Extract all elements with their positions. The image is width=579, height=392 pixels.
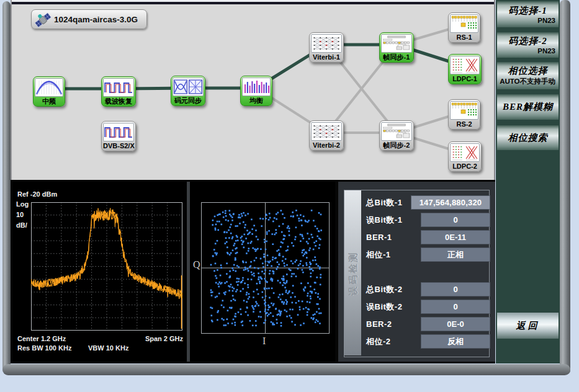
sidebar-button-sublabel: PN23 (497, 17, 559, 24)
q-axis-label: Q (193, 259, 200, 270)
node-label: DVB-S2/X (103, 141, 134, 150)
ber-row-value: 反相 (421, 334, 490, 349)
ber-row-label: BER-2 (366, 319, 392, 329)
node-rs-2[interactable]: RS-2 (448, 99, 480, 130)
sidebar-button-label: 码选择-2 (497, 35, 559, 47)
ldpc-decoder-icon (450, 143, 480, 162)
node-frame-sync-2[interactable]: 帧同步-2 (379, 120, 414, 151)
ref-level-label: Ref -20 dBm (17, 190, 57, 198)
frame-sync-icon (381, 34, 412, 53)
sidebar-button-label: 相位搜索 (497, 125, 559, 150)
signal-profile-button[interactable]: 1024qam-aircas-3.0G (31, 9, 147, 29)
satellite-icon (34, 11, 52, 29)
node-label: RS-1 (450, 33, 478, 42)
rbw-label: Res BW 100 KHz (17, 344, 71, 352)
node-symbol-sync[interactable]: 码元同步 (171, 76, 205, 106)
trellis-icon (311, 34, 342, 53)
sidebar-button-phase-search[interactable]: 相位搜索 (497, 125, 559, 150)
eye-diagram-icon (173, 78, 204, 96)
center-freq-label: Center 1.2 GHz (17, 335, 66, 342)
sidebar: 码选择-1PN23码选择-2PN23相位选择AUTO不支持手动BER解模糊相位搜… (496, 0, 560, 363)
ber-row: 误Bit数-10 (366, 213, 490, 227)
node-viterbi-2[interactable]: Viterbi-2 (309, 120, 344, 151)
node-equalizer[interactable]: 均衡 (240, 76, 272, 106)
node-carrier-recovery[interactable]: 载波恢复 (101, 76, 136, 107)
rs-decoder-icon (450, 101, 478, 120)
i-axis-label: I (263, 336, 266, 347)
node-if-input[interactable]: 中频 (33, 76, 65, 107)
ber-row-value: 0E-11 (421, 230, 490, 244)
ldpc-decoder-icon (450, 56, 480, 74)
ber-row: 总Bit数-1147,564,880,320 (366, 195, 490, 210)
square-wave-icon (103, 123, 134, 141)
bottom-displays-region: Ref -20 dBm Log 10 dB/ Center 1.2 GHz Sp… (11, 180, 495, 363)
ber-row-label: 误Bit数-2 (366, 301, 402, 313)
sidebar-button-sublabel: AUTO不支持手动 (497, 77, 559, 86)
ber-row-value: 0 (421, 282, 490, 296)
ber-row-value: 0 (421, 300, 490, 314)
node-ldpc-2[interactable]: LDPC-2 (448, 141, 482, 172)
node-label: 中频 (35, 97, 63, 105)
ber-row: BER-10E-11 (366, 230, 490, 244)
sidebar-button-ber-disambiguation[interactable]: BER解模糊 (497, 94, 559, 120)
ber-row-value: 0 (421, 213, 490, 227)
constellation-plot (201, 202, 330, 334)
top-border-line (12, 2, 494, 4)
sidebar-button-label: 相位选择 (497, 65, 559, 77)
frame-sync-icon (381, 122, 412, 141)
span-label: Span 2 GHz (145, 335, 183, 342)
equalizer-bars-icon (242, 78, 271, 96)
node-rs-1[interactable]: RS-1 (448, 12, 480, 43)
node-label: 帧同步-1 (381, 53, 412, 61)
window-frame-bottom (2, 364, 570, 375)
window-frame-left (2, 1, 11, 373)
back-button[interactable]: 返回 (497, 313, 559, 339)
sidebar-button-label: BER解模糊 (497, 94, 559, 120)
spectrum-plot (31, 202, 182, 331)
node-label: 均衡 (242, 96, 271, 105)
app-window: 1024qam-aircas-3.0G 中频载波恢复码元同步均衡DVB-S2/X… (0, 0, 579, 392)
ber-row: BER-20E-0 (366, 317, 490, 331)
node-label: 载波恢复 (103, 97, 134, 105)
sidebar-button-code-select-1[interactable]: 码选择-1PN23 (497, 1, 559, 27)
node-label: LDPC-1 (450, 74, 480, 83)
ber-panel: 误码检测 总Bit数-1147,564,880,320误Bit数-10BER-1… (338, 182, 495, 362)
ber-row-value: 正相 (421, 247, 490, 262)
ber-row: 相位-1正相 (366, 247, 490, 262)
log-scale-label: Log 10 dB/ (16, 199, 29, 231)
node-viterbi-1[interactable]: Viterbi-1 (309, 32, 344, 63)
node-label: Viterbi-1 (311, 53, 342, 61)
ber-side-tab-label: 误码检测 (347, 251, 359, 295)
ber-row: 总Bit数-20 (366, 282, 490, 296)
filter-response-icon (35, 78, 63, 97)
constellation-panel: Q I (190, 182, 335, 362)
node-dvb-s2x[interactable]: DVB-S2/X (101, 121, 136, 151)
ber-row: 误Bit数-20 (366, 300, 490, 314)
ber-row-label: 总Bit数-2 (366, 284, 402, 295)
ber-row-label: 误Bit数-1 (366, 215, 402, 226)
sidebar-button-phase-select[interactable]: 相位选择AUTO不支持手动 (497, 62, 559, 89)
vbw-label: VBW 10 KHz (88, 344, 128, 352)
node-frame-sync-1[interactable]: 帧同步-1 (379, 32, 414, 63)
ber-row-label: 总Bit数-1 (366, 197, 402, 208)
ber-row-label: 相位-1 (366, 249, 391, 261)
node-label: 码元同步 (173, 96, 204, 105)
spectrum-analyzer-panel: Ref -20 dBm Log 10 dB/ Center 1.2 GHz Sp… (12, 182, 187, 362)
trellis-icon (311, 122, 342, 141)
ber-row-value: 0E-0 (421, 317, 490, 331)
ber-row-value: 147,564,880,320 (411, 195, 490, 210)
sidebar-button-sublabel: PN23 (497, 47, 559, 55)
node-label: 帧同步-2 (381, 141, 412, 149)
sidebar-button-code-select-2[interactable]: 码选择-2PN23 (497, 32, 559, 58)
signal-profile-label: 1024qam-aircas-3.0G (54, 15, 138, 24)
ber-row: 相位-2反相 (366, 334, 490, 349)
flowgraph-panel: 1024qam-aircas-3.0G 中频载波恢复码元同步均衡DVB-S2/X… (11, 0, 495, 180)
ber-row-label: BER-1 (366, 233, 392, 242)
window-frame-right (560, 0, 570, 375)
square-wave-icon (103, 78, 134, 97)
node-ldpc-1[interactable]: LDPC-1 (448, 54, 482, 84)
ber-side-tab: 误码检测 (344, 190, 361, 355)
ber-row-label: 相位-2 (366, 336, 391, 347)
sidebar-button-label: 码选择-1 (497, 5, 559, 17)
node-label: Viterbi-2 (311, 141, 342, 149)
